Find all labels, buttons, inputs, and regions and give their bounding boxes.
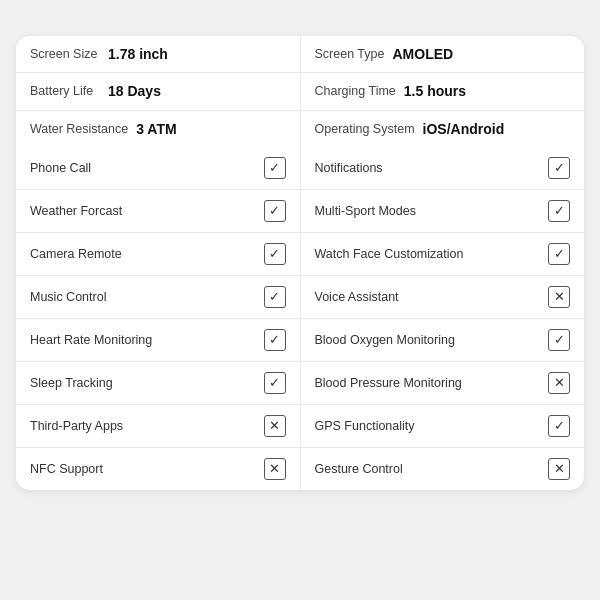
feature-row-3: Music Control Voice Assistant bbox=[16, 276, 584, 319]
param-right-label-2: Operating System bbox=[315, 121, 415, 137]
feature-left-5: Sleep Tracking bbox=[16, 362, 301, 404]
param-right-2: Operating System iOS/Android bbox=[301, 111, 585, 147]
param-right-0: Screen Type AMOLED bbox=[301, 36, 585, 72]
feature-left-check-1 bbox=[264, 200, 286, 222]
param-right-label-1: Charging Time bbox=[315, 83, 396, 99]
param-row-2: Water Resistance 3 ATM Operating System … bbox=[16, 111, 584, 147]
feature-right-label-3: Voice Assistant bbox=[315, 289, 549, 305]
param-right-1: Charging Time 1.5 hours bbox=[301, 73, 585, 109]
feature-right-4: Blood Oxygen Monitoring bbox=[301, 319, 585, 361]
feature-row-2: Camera Remote Watch Face Customization bbox=[16, 233, 584, 276]
feature-right-label-1: Multi-Sport Modes bbox=[315, 203, 549, 219]
param-right-value-2: iOS/Android bbox=[423, 121, 505, 137]
feature-row-4: Heart Rate Monitoring Blood Oxygen Monit… bbox=[16, 319, 584, 362]
param-left-value-2: 3 ATM bbox=[136, 121, 176, 137]
param-left-value-0: 1.78 inch bbox=[108, 46, 168, 62]
param-right-label-0: Screen Type bbox=[315, 46, 385, 62]
feature-right-1: Multi-Sport Modes bbox=[301, 190, 585, 232]
param-row-0: Screen Size 1.78 inch Screen Type AMOLED bbox=[16, 36, 584, 73]
feature-right-check-7 bbox=[548, 458, 570, 480]
feature-row-5: Sleep Tracking Blood Pressure Monitoring bbox=[16, 362, 584, 405]
feature-row-6: Third-Party Apps GPS Functionality bbox=[16, 405, 584, 448]
feature-right-label-4: Blood Oxygen Monitoring bbox=[315, 332, 549, 348]
feature-left-label-7: NFC Support bbox=[30, 461, 264, 477]
param-left-label-1: Battery Life bbox=[30, 83, 100, 99]
feature-left-3: Music Control bbox=[16, 276, 301, 318]
feature-left-check-6 bbox=[264, 415, 286, 437]
feature-left-0: Phone Call bbox=[16, 147, 301, 189]
feature-left-label-3: Music Control bbox=[30, 289, 264, 305]
parameters-card: Screen Size 1.78 inch Screen Type AMOLED… bbox=[16, 36, 584, 490]
feature-left-check-0 bbox=[264, 157, 286, 179]
param-left-1: Battery Life 18 Days bbox=[16, 73, 301, 109]
feature-right-label-2: Watch Face Customization bbox=[315, 246, 549, 262]
feature-right-label-5: Blood Pressure Monitoring bbox=[315, 375, 549, 391]
feature-left-6: Third-Party Apps bbox=[16, 405, 301, 447]
feature-right-check-0 bbox=[548, 157, 570, 179]
feature-right-2: Watch Face Customization bbox=[301, 233, 585, 275]
param-left-0: Screen Size 1.78 inch bbox=[16, 36, 301, 72]
feature-left-check-7 bbox=[264, 458, 286, 480]
feature-row-0: Phone Call Notifications bbox=[16, 147, 584, 190]
feature-left-label-2: Camera Remote bbox=[30, 246, 264, 262]
feature-left-check-3 bbox=[264, 286, 286, 308]
feature-right-check-1 bbox=[548, 200, 570, 222]
param-right-value-1: 1.5 hours bbox=[404, 83, 466, 99]
feature-right-label-0: Notifications bbox=[315, 160, 549, 176]
param-left-label-0: Screen Size bbox=[30, 46, 100, 62]
feature-row-7: NFC Support Gesture Control bbox=[16, 448, 584, 490]
feature-left-2: Camera Remote bbox=[16, 233, 301, 275]
param-row-1: Battery Life 18 Days Charging Time 1.5 h… bbox=[16, 73, 584, 110]
feature-right-3: Voice Assistant bbox=[301, 276, 585, 318]
param-left-value-1: 18 Days bbox=[108, 83, 161, 99]
feature-left-check-4 bbox=[264, 329, 286, 351]
feature-row-1: Weather Forcast Multi-Sport Modes bbox=[16, 190, 584, 233]
feature-left-check-2 bbox=[264, 243, 286, 265]
feature-right-check-5 bbox=[548, 372, 570, 394]
feature-right-0: Notifications bbox=[301, 147, 585, 189]
feature-right-check-3 bbox=[548, 286, 570, 308]
feature-right-label-7: Gesture Control bbox=[315, 461, 549, 477]
feature-left-label-5: Sleep Tracking bbox=[30, 375, 264, 391]
feature-left-7: NFC Support bbox=[16, 448, 301, 490]
feature-left-label-4: Heart Rate Monitoring bbox=[30, 332, 264, 348]
feature-left-1: Weather Forcast bbox=[16, 190, 301, 232]
feature-right-check-6 bbox=[548, 415, 570, 437]
feature-left-label-6: Third-Party Apps bbox=[30, 418, 264, 434]
feature-right-5: Blood Pressure Monitoring bbox=[301, 362, 585, 404]
feature-right-6: GPS Functionality bbox=[301, 405, 585, 447]
feature-left-label-0: Phone Call bbox=[30, 160, 264, 176]
param-right-value-0: AMOLED bbox=[393, 46, 454, 62]
feature-left-4: Heart Rate Monitoring bbox=[16, 319, 301, 361]
feature-left-label-1: Weather Forcast bbox=[30, 203, 264, 219]
feature-left-check-5 bbox=[264, 372, 286, 394]
feature-right-label-6: GPS Functionality bbox=[315, 418, 549, 434]
param-left-label-2: Water Resistance bbox=[30, 121, 128, 137]
feature-right-check-4 bbox=[548, 329, 570, 351]
feature-right-7: Gesture Control bbox=[301, 448, 585, 490]
param-left-2: Water Resistance 3 ATM bbox=[16, 111, 301, 147]
feature-right-check-2 bbox=[548, 243, 570, 265]
